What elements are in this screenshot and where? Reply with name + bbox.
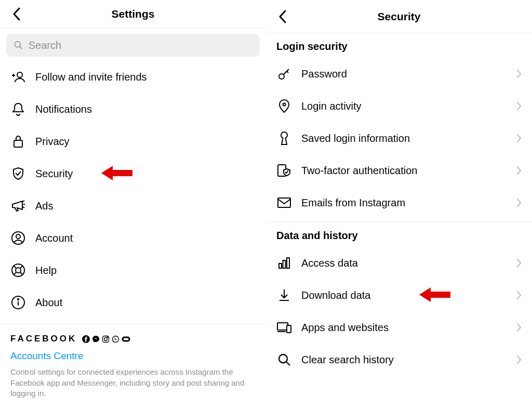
oculus-icon bbox=[122, 336, 130, 342]
bell-icon bbox=[10, 101, 26, 117]
facebook-brand-row: FACEBOOK bbox=[10, 334, 256, 344]
data-history-list: Access data Download data Apps and websi… bbox=[266, 247, 532, 376]
back-button[interactable] bbox=[275, 9, 290, 24]
item-two-factor[interactable]: Two-factor authentication bbox=[266, 154, 532, 187]
svg-line-45 bbox=[286, 362, 290, 365]
item-label: Access data bbox=[301, 257, 507, 269]
item-apps-websites[interactable]: Apps and websites bbox=[266, 311, 532, 344]
item-ads[interactable]: Ads bbox=[0, 190, 266, 222]
item-saved-login[interactable]: Saved login information bbox=[266, 122, 532, 154]
item-emails[interactable]: Emails from Instagram bbox=[266, 187, 532, 219]
download-icon bbox=[276, 287, 292, 303]
item-password[interactable]: Password bbox=[266, 58, 532, 90]
search-icon bbox=[276, 352, 292, 367]
devices-icon bbox=[276, 320, 292, 335]
item-download-data[interactable]: Download data bbox=[266, 279, 532, 311]
chevron-left-icon bbox=[278, 9, 287, 24]
chevron-right-icon bbox=[516, 166, 522, 175]
page-title: Settings bbox=[112, 8, 155, 20]
chevron-right-icon bbox=[516, 291, 522, 300]
search-container bbox=[0, 29, 266, 61]
item-label: Help bbox=[35, 265, 256, 277]
item-login-activity[interactable]: Login activity bbox=[266, 90, 532, 122]
item-label: Ads bbox=[35, 200, 256, 212]
facebook-app-icons bbox=[82, 335, 130, 343]
keyhole-icon bbox=[276, 130, 292, 146]
item-label: Notifications bbox=[35, 103, 256, 115]
chevron-right-icon bbox=[516, 258, 522, 268]
item-label: Login activity bbox=[301, 100, 507, 112]
shield-check-icon bbox=[10, 166, 26, 181]
mail-icon bbox=[276, 195, 292, 210]
svg-point-25 bbox=[108, 337, 109, 338]
svg-rect-34 bbox=[278, 198, 290, 207]
item-label: Password bbox=[301, 68, 507, 80]
svg-rect-35 bbox=[279, 264, 282, 268]
search-input[interactable] bbox=[29, 40, 252, 51]
item-label: Privacy bbox=[35, 136, 256, 148]
svg-line-31 bbox=[287, 71, 288, 73]
add-user-icon bbox=[10, 69, 26, 85]
lock-icon bbox=[10, 134, 26, 149]
item-label: Two-factor authentication bbox=[301, 165, 507, 177]
section-data-history: Data and history bbox=[266, 222, 532, 247]
item-about[interactable]: About bbox=[0, 286, 266, 319]
device-shield-icon bbox=[276, 163, 292, 178]
item-follow-invite[interactable]: Follow and invite friends bbox=[0, 61, 266, 93]
info-icon bbox=[10, 295, 26, 310]
chevron-right-icon bbox=[516, 323, 522, 332]
back-button[interactable] bbox=[9, 7, 24, 21]
svg-line-17 bbox=[20, 272, 23, 275]
search-icon bbox=[14, 40, 23, 50]
item-account[interactable]: Account bbox=[0, 222, 266, 254]
settings-pane: Settings Follow and invite friends Notif… bbox=[0, 0, 266, 408]
svg-point-44 bbox=[279, 354, 287, 363]
search-field[interactable] bbox=[6, 34, 260, 57]
svg-line-15 bbox=[20, 266, 23, 268]
svg-point-0 bbox=[15, 42, 20, 47]
svg-point-24 bbox=[104, 337, 108, 340]
svg-line-1 bbox=[20, 47, 22, 49]
lifebuoy-icon bbox=[10, 262, 26, 278]
security-header: Security bbox=[266, 0, 532, 33]
svg-line-16 bbox=[14, 272, 16, 275]
security-pane: Security Login security Password Login a… bbox=[266, 0, 532, 408]
item-notifications[interactable]: Notifications bbox=[0, 93, 266, 125]
item-privacy[interactable]: Privacy bbox=[0, 125, 266, 157]
item-clear-search[interactable]: Clear search history bbox=[266, 344, 532, 376]
chevron-right-icon bbox=[516, 69, 522, 78]
item-label: Security bbox=[35, 168, 256, 180]
chevron-right-icon bbox=[516, 355, 522, 364]
facebook-wordmark: FACEBOOK bbox=[10, 334, 77, 344]
key-icon bbox=[276, 66, 292, 82]
svg-point-20 bbox=[18, 299, 19, 300]
settings-header: Settings bbox=[0, 0, 266, 29]
bar-chart-icon bbox=[276, 255, 292, 271]
svg-line-7 bbox=[23, 201, 24, 202]
svg-rect-37 bbox=[287, 258, 289, 268]
item-label: Emails from Instagram bbox=[301, 197, 507, 209]
chevron-right-icon bbox=[516, 198, 522, 207]
svg-point-32 bbox=[283, 103, 286, 106]
item-label: Saved login information bbox=[301, 133, 507, 144]
svg-point-11 bbox=[16, 234, 20, 239]
svg-point-13 bbox=[16, 268, 21, 273]
item-label: Download data bbox=[301, 289, 507, 301]
messenger-icon bbox=[92, 335, 100, 343]
item-security[interactable]: Security bbox=[0, 157, 266, 190]
item-label: Apps and websites bbox=[301, 322, 507, 334]
svg-rect-28 bbox=[124, 338, 129, 340]
item-label: About bbox=[35, 297, 256, 309]
section-login-security: Login security bbox=[266, 33, 532, 58]
megaphone-icon bbox=[10, 198, 26, 214]
svg-point-2 bbox=[17, 72, 22, 77]
svg-rect-5 bbox=[14, 140, 22, 147]
item-help[interactable]: Help bbox=[0, 254, 266, 286]
svg-line-14 bbox=[14, 266, 16, 268]
svg-line-9 bbox=[23, 207, 24, 208]
item-access-data[interactable]: Access data bbox=[266, 247, 532, 279]
facebook-icon bbox=[82, 335, 90, 343]
chevron-right-icon bbox=[516, 101, 522, 111]
accounts-centre-link[interactable]: Accounts Centre bbox=[10, 350, 256, 362]
footer: FACEBOOK Accounts Centre Control setting… bbox=[0, 324, 266, 408]
